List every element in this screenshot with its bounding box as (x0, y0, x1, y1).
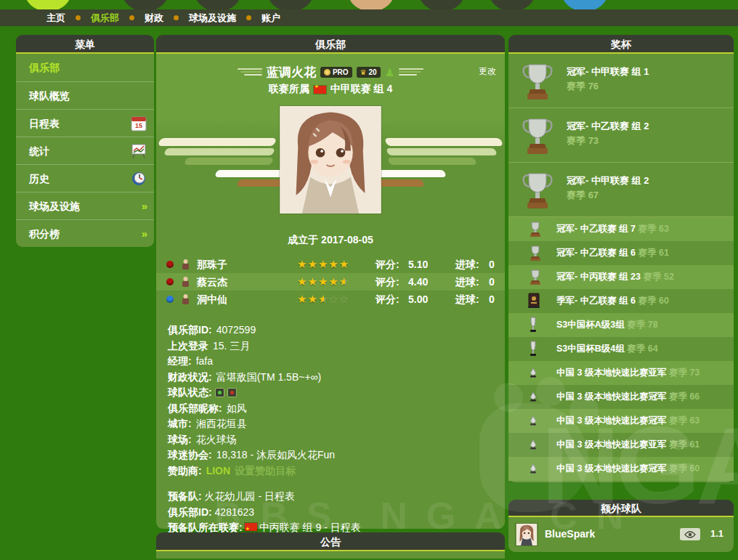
trophy-row: 冠军- 中乙联赛 组 2 赛季 73 (508, 108, 734, 163)
goals-label: 进球: (455, 273, 479, 291)
trophy-row-small: S3中国杯A级3组 赛季 78 (508, 313, 734, 337)
banner-decoration (418, 0, 466, 9)
detail-sponsor: 赞助商:LION设置赞助目标 (168, 463, 505, 479)
goals-label: 进球: (455, 256, 479, 273)
sidebar-item-standings[interactable]: 积分榜» (16, 219, 154, 247)
nav-item-club[interactable]: 俱乐部 (91, 12, 119, 25)
detail-club-id: 俱乐部ID:4072599 (168, 322, 505, 338)
trophy-small-icon (527, 269, 543, 285)
sidebar-header: 菜单 (16, 35, 154, 54)
extra-team-avatar (516, 524, 538, 545)
league-label: 联赛所属 (269, 83, 309, 96)
player-name-link[interactable]: 蔡云杰 (197, 273, 227, 291)
banner-decoration (347, 0, 395, 9)
extra-team-name-link[interactable]: BlueSpark (545, 528, 595, 540)
banner-decoration (24, 0, 72, 9)
chevron-right-icon: » (142, 192, 145, 220)
club-panel: 俱乐部 蓝调火花 PRO ♛20 ♟ 更改 联赛所属 中甲联赛 组 4 (156, 35, 505, 529)
top-nav: 主页 俱乐部 财政 球场及设施 账户 (0, 9, 738, 26)
club-details: 俱乐部ID:4072599 上次登录15. 三月 经理:fafa 财政状况:富堪… (156, 308, 505, 479)
trophy-title: 冠军- 中乙联赛 组 2 (567, 120, 649, 133)
trophy-row-small: 中国 3 级本地快速比赛冠军 赛季 60 (508, 457, 734, 481)
trophy-season: 赛季 67 (567, 189, 599, 202)
level-badge: ♛20 (357, 67, 381, 78)
sidebar-item-club[interactable]: 俱乐部 (16, 54, 154, 81)
extra-teams-header: 额外球队 (508, 500, 734, 517)
reserve-id-line: 俱乐部ID: 4281623 (168, 505, 505, 521)
banner-decoration (194, 0, 242, 9)
league-link[interactable]: 中甲联赛 组 4 (331, 83, 393, 96)
reserve-team-block: 预备队: 火花幼儿园 - 日程表 俱乐部ID: 4281623 预备队所在联赛:… (156, 479, 505, 536)
green-piece-icon: ♟ (385, 69, 394, 76)
player-icon (181, 259, 190, 270)
chevron-right-icon: » (142, 220, 145, 248)
sponsor-name: LION (206, 465, 230, 476)
goals-value: 0 (489, 273, 495, 291)
nav-item-arena[interactable]: 球场及设施 (189, 12, 236, 25)
trophy-small-icon (527, 221, 543, 238)
stats-chart-icon (131, 143, 147, 159)
detail-nickname: 俱乐部昵称:如风 (168, 401, 505, 417)
coin-icon (324, 69, 331, 76)
sidebar-item-label: 历史 (29, 173, 49, 184)
trophies-panel: 奖杯 冠军- 中甲联赛 组 1 赛季 76 冠军- 中乙联赛 组 2 赛季 73… (508, 35, 734, 482)
sidebar-item-statistics[interactable]: 统计 (16, 137, 154, 164)
trophy-row-small: 冠军- 中乙联赛 组 6 赛季 61 (508, 241, 734, 265)
sidebar-item-arena[interactable]: 球场及设施» (16, 192, 154, 219)
player-name-link[interactable]: 洞中仙 (197, 291, 227, 308)
detail-fanclub: 球迷协会:18,318 - 沐辰如风火花Fun (168, 447, 505, 463)
rating-label: 评分: (376, 291, 400, 308)
player-status-dot (166, 278, 174, 285)
club-panel-header: 俱乐部 (156, 35, 505, 54)
rating-label: 评分: (376, 273, 400, 291)
trophy-row: 冠军- 中甲联赛 组 1 赛季 76 (508, 54, 734, 108)
detail-team-status: 球队状态: (168, 385, 505, 401)
sidebar-item-label: 球队概览 (29, 90, 70, 102)
change-link[interactable]: 更改 (479, 65, 496, 78)
player-row: 那珠子 ★★★★★ 评分: 5.10 进球: 0 (156, 256, 505, 273)
nav-item-home[interactable]: 主页 (46, 12, 65, 25)
reserve-team-link[interactable]: 火花幼儿园 - 日程表 (205, 490, 295, 502)
trophy-icon: ♛ (360, 68, 367, 76)
nav-item-finance[interactable]: 财政 (145, 12, 163, 25)
banner-decoration (561, 0, 609, 9)
china-flag-icon (245, 523, 257, 531)
reserve-league-link[interactable]: 中丙联赛 组 9 - 日程表 (259, 522, 361, 533)
sidebar-item-schedule[interactable]: 日程表 15 (16, 109, 154, 137)
reserve-team-line: 预备队: 火花幼儿园 - 日程表 (168, 489, 505, 505)
sidebar-item-team-overview[interactable]: 球队概览 (16, 81, 154, 109)
banner-decoration (267, 0, 315, 9)
watch-value: 1.1 (710, 528, 723, 539)
player-row: 洞中仙 ★★★★☆☆ 评分: 5.00 进球: 0 (156, 291, 505, 308)
trophy-small-icon (527, 293, 543, 309)
trophy-row: 冠军- 中甲联赛 组 2 赛季 67 (508, 163, 734, 217)
wing-decoration-icon (399, 68, 423, 77)
star-rating: ★★★★★★ (297, 273, 349, 291)
star-rating: ★★★★★ (297, 256, 349, 273)
founded-date: 成立于 2017-08-05 (156, 234, 505, 248)
goals-value: 0 (489, 291, 495, 308)
player-status-dot (166, 261, 174, 268)
sidebar-item-history[interactable]: 历史 (16, 164, 154, 192)
club-avatar (280, 106, 381, 214)
nav-bullet-icon (129, 15, 134, 20)
trophy-season: 赛季 73 (567, 134, 599, 147)
player-name-link[interactable]: 那珠子 (197, 256, 227, 273)
left-wing-decoration (153, 138, 275, 211)
rating-value: 4.40 (408, 273, 428, 291)
trophy-row-small: 季军- 中乙联赛 组 6 赛季 60 (508, 289, 734, 313)
sponsor-goal-link[interactable]: 设置赞助目标 (235, 465, 296, 476)
rating-value: 5.10 (408, 256, 428, 273)
nav-item-account[interactable]: 账户 (261, 12, 280, 25)
club-name: 蓝调火花 (267, 64, 316, 81)
trophies-header: 奖杯 (508, 35, 734, 54)
pro-badge: PRO (320, 67, 352, 78)
player-row: 蔡云杰 ★★★★★★ 评分: 4.40 进球: 0 (156, 273, 505, 291)
player-icon (181, 293, 190, 305)
trophy-row-small: 中国 3 级本地快速比赛亚军 赛季 73 (508, 361, 734, 385)
extra-teams-panel: 额外球队 BlueSpark 1.1 (508, 500, 734, 552)
trophy-row-small: 中国 3 级本地快速比赛冠军 赛季 63 (508, 409, 734, 433)
league-row: 联赛所属 中甲联赛 组 4 (156, 81, 505, 97)
watch-eye-icon[interactable] (680, 528, 700, 540)
trophy-title: 冠军- 中甲联赛 组 1 (567, 65, 649, 78)
